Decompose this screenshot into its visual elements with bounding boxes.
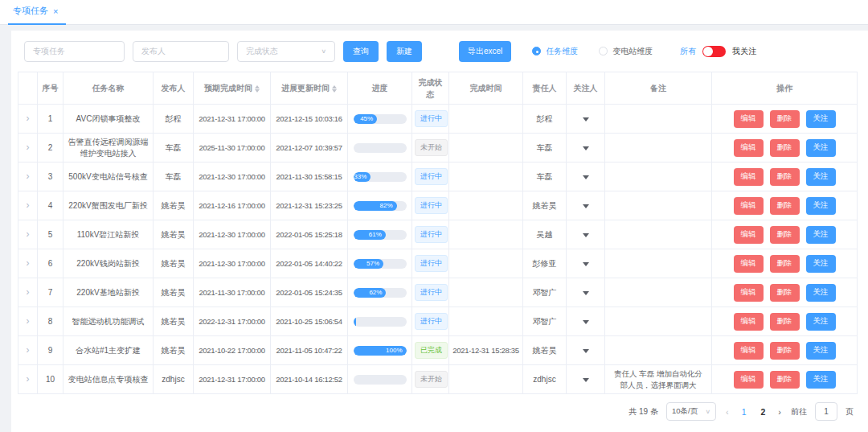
expected-time: 2022-12-31 17:00:00 — [194, 307, 271, 336]
edit-button[interactable]: 编辑 — [734, 255, 764, 273]
edit-button[interactable]: 编辑 — [734, 197, 764, 215]
edit-button[interactable]: 编辑 — [734, 110, 764, 128]
task-name: 220kV蟹围发电厂新投 — [63, 191, 154, 220]
updated-time: 2021-11-05 10:47:22 — [271, 336, 348, 365]
radio-station-dimension[interactable]: 变电站维度 — [599, 46, 653, 57]
prev-page-icon[interactable]: ‹ — [724, 407, 731, 417]
follow-button[interactable]: 关注 — [806, 226, 836, 244]
expand-row-icon[interactable]: › — [27, 112, 30, 125]
follow-button[interactable]: 关注 — [806, 284, 836, 302]
follower-dropdown-icon[interactable] — [583, 233, 589, 237]
expand-row-icon[interactable]: › — [27, 257, 30, 270]
expected-time: 2025-11-30 17:00:00 — [194, 134, 271, 163]
edit-button[interactable]: 编辑 — [734, 284, 764, 302]
tab-special-tasks[interactable]: 专项任务 × — [11, 5, 64, 24]
follow-button[interactable]: 关注 — [806, 313, 836, 331]
create-button[interactable]: 新建 — [387, 41, 422, 62]
expand-row-icon[interactable]: › — [27, 199, 30, 212]
delete-button[interactable]: 删除 — [770, 197, 800, 215]
task-name-input[interactable]: 专项任务 — [24, 41, 125, 62]
export-excel-button[interactable]: 导出excel — [459, 41, 511, 62]
follow-button[interactable]: 关注 — [806, 371, 836, 389]
follow-button[interactable]: 关注 — [806, 168, 836, 186]
owner: 姚若昊 — [523, 336, 567, 365]
delete-button[interactable]: 删除 — [770, 284, 800, 302]
header-no: 序号 — [38, 72, 63, 105]
page-number-2[interactable]: 2 — [757, 407, 768, 417]
delete-button[interactable]: 删除 — [770, 342, 800, 360]
header-updated-time[interactable]: 进展更新时间 — [271, 72, 348, 105]
tab-close-icon[interactable]: × — [53, 6, 58, 16]
task-name: 合水站#1主变扩建 — [63, 336, 154, 365]
delete-button[interactable]: 删除 — [770, 313, 800, 331]
status-badge: 进行中 — [415, 168, 448, 185]
sort-icon[interactable] — [255, 85, 260, 93]
next-page-icon[interactable]: › — [776, 407, 783, 417]
follower-dropdown-icon[interactable] — [583, 175, 589, 179]
edit-button[interactable]: 编辑 — [734, 342, 764, 360]
status-select[interactable]: 完成状态 ∨ — [237, 41, 335, 62]
header-expected-time[interactable]: 预期完成时间 — [194, 72, 271, 105]
follower-dropdown-icon[interactable] — [583, 291, 589, 295]
expand-row-icon[interactable]: › — [27, 372, 30, 386]
edit-button[interactable]: 编辑 — [734, 226, 764, 244]
follower-dropdown-icon[interactable] — [583, 378, 589, 382]
delete-button[interactable]: 删除 — [770, 226, 800, 244]
radio-task-dimension[interactable]: 任务维度 — [532, 46, 578, 57]
chevron-down-icon: ∨ — [705, 409, 710, 415]
row-number: 9 — [38, 336, 63, 365]
progress-bar — [354, 317, 407, 327]
table-row: ›10变电站信息点专项核查zdhjsc2021-12-31 17:00:0020… — [18, 365, 858, 394]
page-number-1[interactable]: 1 — [739, 407, 750, 417]
query-button[interactable]: 查询 — [343, 41, 379, 62]
follow-toggle[interactable] — [702, 46, 726, 57]
owner: 邓智广 — [523, 278, 567, 307]
publisher: zdhjsc — [154, 365, 194, 394]
edit-button[interactable]: 编辑 — [734, 371, 764, 389]
expand-row-icon[interactable]: › — [27, 141, 30, 154]
follower-dropdown-icon[interactable] — [583, 262, 589, 266]
task-name: 220kV钱岗站新投 — [63, 249, 154, 278]
follower-dropdown-icon[interactable] — [583, 320, 589, 324]
sort-icon[interactable] — [332, 85, 337, 93]
remark — [605, 307, 712, 336]
expand-row-icon[interactable]: › — [27, 344, 30, 357]
delete-button[interactable]: 删除 — [770, 139, 800, 157]
follower-dropdown-icon[interactable] — [583, 204, 589, 208]
table-row: ›7220kV基地站新投姚若昊2021-11-30 17:00:002022-0… — [18, 278, 858, 307]
finish-time — [449, 365, 523, 394]
follow-button[interactable]: 关注 — [806, 197, 836, 215]
row-number: 10 — [38, 365, 63, 394]
edit-button[interactable]: 编辑 — [734, 139, 764, 157]
follow-button[interactable]: 关注 — [806, 139, 836, 157]
follower-dropdown-icon[interactable] — [583, 117, 589, 121]
remark — [605, 249, 712, 278]
expand-row-icon[interactable]: › — [27, 170, 30, 183]
publisher-input[interactable]: 发布人 — [133, 41, 229, 62]
expected-time: 2021-12-30 17:00:00 — [194, 220, 271, 249]
expand-row-icon[interactable]: › — [27, 315, 30, 328]
owner: 彭修亚 — [523, 249, 567, 278]
owner: zdhjsc — [523, 365, 567, 394]
remark — [605, 220, 712, 249]
expand-row-icon[interactable]: › — [27, 228, 30, 241]
finish-time — [449, 134, 523, 163]
follower-dropdown-icon[interactable] — [583, 146, 589, 150]
delete-button[interactable]: 删除 — [770, 110, 800, 128]
content-card: 专项任务 发布人 完成状态 ∨ 查询 新建 导出excel 任务维度 变电站维度… — [11, 31, 868, 432]
edit-button[interactable]: 编辑 — [734, 168, 764, 186]
row-number: 5 — [38, 220, 63, 249]
delete-button[interactable]: 删除 — [770, 168, 800, 186]
follower-dropdown-icon[interactable] — [583, 349, 589, 353]
expand-row-icon[interactable]: › — [27, 286, 30, 299]
delete-button[interactable]: 删除 — [770, 255, 800, 273]
follow-button[interactable]: 关注 — [806, 255, 836, 273]
filter-bar: 专项任务 发布人 完成状态 ∨ 查询 新建 导出excel 任务维度 变电站维度… — [18, 40, 857, 62]
follow-button[interactable]: 关注 — [806, 342, 836, 360]
goto-page-input[interactable] — [815, 402, 837, 421]
expected-time: 2021-12-30 17:00:00 — [194, 163, 271, 191]
edit-button[interactable]: 编辑 — [734, 313, 764, 331]
delete-button[interactable]: 删除 — [770, 371, 800, 389]
follow-button[interactable]: 关注 — [806, 110, 836, 128]
page-size-select[interactable]: 10条/页 ∨ — [666, 402, 716, 421]
